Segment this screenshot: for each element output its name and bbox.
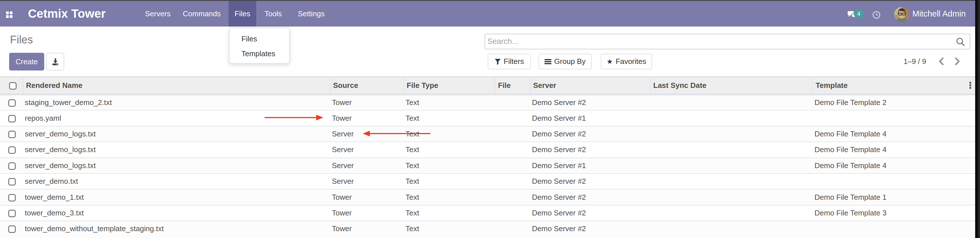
row-checkbox[interactable] — [8, 146, 16, 154]
select-all-checkbox[interactable] — [9, 82, 17, 90]
dropdown-item-templates[interactable]: Templates — [230, 46, 289, 61]
cell-template[interactable] — [813, 110, 975, 126]
menu-settings[interactable]: Settings — [292, 1, 331, 27]
menu-files[interactable]: Files — [229, 1, 256, 27]
row-checkbox[interactable] — [8, 115, 16, 122]
cell-last-sync-date[interactable] — [651, 126, 813, 142]
cell-file[interactable] — [495, 126, 530, 142]
cell-rendered-name[interactable]: repos.yaml — [23, 110, 330, 126]
apps-grid-icon[interactable] — [6, 11, 13, 18]
cell-template[interactable]: Demo File Template 3 — [813, 205, 975, 221]
cell-source[interactable]: Server — [330, 126, 404, 142]
cell-server[interactable]: Demo Server #2 — [530, 189, 651, 205]
cell-file[interactable] — [495, 142, 530, 157]
cell-last-sync-date[interactable] — [651, 158, 813, 173]
table-row[interactable]: tower_demo_3.txtTowerTextDemo Server #2D… — [0, 205, 975, 221]
cell-rendered-name[interactable]: tower_demo_1.txt — [23, 189, 330, 205]
cell-source[interactable]: Server — [330, 142, 404, 157]
cell-template[interactable]: Demo File Template 4 — [813, 142, 975, 157]
activity-clock-icon[interactable] — [872, 11, 880, 19]
cell-source[interactable]: Tower — [330, 94, 404, 110]
col-header-server[interactable]: Server — [530, 77, 651, 94]
table-row[interactable]: server_demo_logs.txtServerTextDemo Serve… — [0, 158, 975, 173]
cell-rendered-name[interactable]: server_demo_logs.txt — [23, 126, 330, 142]
col-header-source[interactable]: Source — [330, 77, 404, 94]
col-header-file[interactable]: File — [495, 77, 530, 94]
cell-file-type[interactable]: Text — [404, 205, 495, 221]
cell-rendered-name[interactable]: server_demo_logs.txt — [23, 142, 330, 157]
cell-file-type[interactable]: Text — [404, 94, 495, 110]
filters-button[interactable]: Filters — [488, 54, 531, 69]
dropdown-item-files[interactable]: Files — [230, 32, 289, 46]
col-header-rendered-name[interactable]: Rendered Name — [23, 77, 330, 94]
table-row[interactable]: repos.yamlTowerTextDemo Server #1 — [0, 110, 975, 126]
cell-last-sync-date[interactable] — [651, 173, 813, 189]
cell-server[interactable]: Demo Server #1 — [530, 110, 651, 126]
col-header-template[interactable]: Template — [813, 77, 975, 94]
cell-source[interactable]: Tower — [330, 205, 404, 221]
user-avatar[interactable] — [894, 7, 910, 22]
cell-source[interactable]: Tower — [330, 110, 404, 126]
pager-previous-button[interactable] — [938, 57, 944, 65]
row-checkbox[interactable] — [8, 162, 16, 170]
row-checkbox[interactable] — [8, 178, 16, 186]
row-checkbox[interactable] — [8, 131, 16, 138]
cell-rendered-name[interactable]: tower_demo_3.txt — [23, 205, 330, 221]
cell-server[interactable]: Demo Server #2 — [530, 142, 651, 157]
table-row[interactable]: staging_tower_demo_2.txtTowerTextDemo Se… — [0, 94, 975, 110]
cell-server[interactable]: Demo Server #1 — [530, 158, 651, 173]
cell-file[interactable] — [495, 158, 530, 173]
cell-rendered-name[interactable]: staging_tower_demo_2.txt — [23, 94, 330, 110]
app-brand[interactable]: Cetmix Tower — [28, 1, 106, 27]
favorites-button[interactable]: ★ Favorites — [601, 54, 652, 69]
user-name[interactable]: Mitchell Admin — [912, 1, 966, 27]
messages-count-badge[interactable]: 4 — [854, 9, 864, 19]
cell-server[interactable]: Demo Server #2 — [530, 221, 651, 236]
search-icon[interactable] — [956, 37, 965, 46]
cell-last-sync-date[interactable] — [651, 142, 813, 157]
cell-source[interactable]: Tower — [330, 189, 404, 205]
col-header-file-type[interactable]: File Type — [404, 77, 495, 94]
group-by-button[interactable]: Group By — [539, 54, 592, 69]
cell-template[interactable]: Demo File Template 1 — [813, 189, 975, 205]
cell-last-sync-date[interactable] — [651, 189, 813, 205]
pager-next-button[interactable] — [955, 57, 960, 65]
cell-source[interactable]: Server — [330, 173, 404, 189]
cell-file-type[interactable]: Text — [404, 142, 495, 157]
cell-rendered-name[interactable]: tower_demo_without_template_staging.txt — [23, 221, 330, 236]
cell-file-type[interactable]: Text — [404, 158, 495, 173]
optional-columns-icon[interactable] — [969, 82, 971, 89]
menu-tools[interactable]: Tools — [258, 1, 288, 27]
cell-template[interactable]: Demo File Template 4 — [813, 158, 975, 173]
cell-rendered-name[interactable]: server_demo_logs.txt — [23, 158, 330, 173]
cell-file-type[interactable]: Text — [404, 221, 495, 236]
cell-last-sync-date[interactable] — [651, 94, 813, 110]
cell-file-type[interactable]: Text — [404, 110, 495, 126]
cell-server[interactable]: Demo Server #2 — [530, 205, 651, 221]
cell-template[interactable]: Demo File Template 2 — [813, 94, 975, 110]
cell-source[interactable]: Server — [330, 158, 404, 173]
table-row[interactable]: tower_demo_1.txtTowerTextDemo Server #2D… — [0, 189, 975, 205]
menu-servers[interactable]: Servers — [139, 1, 177, 27]
cell-template[interactable] — [813, 173, 975, 189]
cell-file[interactable] — [495, 189, 530, 205]
row-checkbox[interactable] — [8, 210, 16, 217]
col-header-last-sync-date[interactable]: Last Sync Date — [651, 77, 813, 94]
cell-file[interactable] — [495, 173, 530, 189]
cell-server[interactable]: Demo Server #2 — [530, 173, 651, 189]
table-row[interactable]: tower_demo_without_template_staging.txtT… — [0, 221, 975, 236]
cell-server[interactable]: Demo Server #2 — [530, 126, 651, 142]
cell-file[interactable] — [495, 205, 530, 221]
cell-server[interactable]: Demo Server #2 — [530, 94, 651, 110]
cell-last-sync-date[interactable] — [651, 221, 813, 236]
search-input[interactable] — [485, 34, 970, 49]
menu-commands[interactable]: Commands — [177, 1, 227, 27]
cell-file[interactable] — [495, 94, 530, 110]
upload-button[interactable] — [46, 53, 64, 70]
cell-template[interactable] — [813, 221, 975, 236]
cell-file-type[interactable]: Text — [404, 189, 495, 205]
cell-source[interactable]: Tower — [330, 221, 404, 236]
table-row[interactable]: server_demo_logs.txtServerTextDemo Serve… — [0, 126, 975, 142]
table-row[interactable]: server_demo.txtServerTextDemo Server #2 — [0, 173, 975, 189]
table-row[interactable]: server_demo_logs.txtServerTextDemo Serve… — [0, 142, 975, 157]
